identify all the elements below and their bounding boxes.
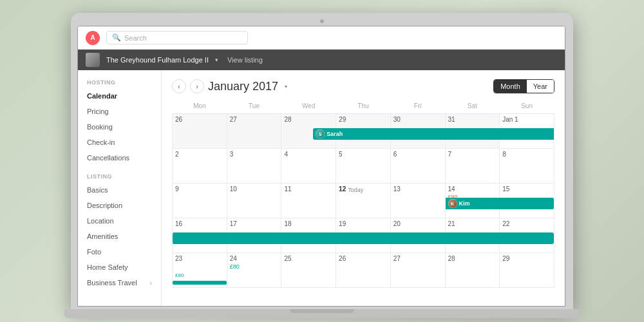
sidebar-item-location[interactable]: Location <box>78 213 161 229</box>
sarah-avatar: S <box>316 129 325 138</box>
sidebar-section-hosting: Hosting <box>78 79 161 88</box>
sidebar: Hosting Calendar Pricing Booking Check-i… <box>78 70 162 306</box>
cal-cell-jan24[interactable]: 24 £80 <box>227 253 281 288</box>
cal-cell-jan2[interactable]: 2 <box>173 149 227 184</box>
top-nav: A 🔍 Search <box>78 26 565 50</box>
search-bar[interactable]: 🔍 Search <box>106 31 248 44</box>
sidebar-section-listing: Listing <box>78 173 161 182</box>
cal-cell-dec26[interactable]: 26 <box>173 114 227 149</box>
booking-long <box>173 232 550 244</box>
view-toggle: Month Year <box>493 79 554 93</box>
weekday-mon: Mon <box>173 101 227 114</box>
cal-header: ‹ › January 2017 ▾ Month Year <box>172 79 554 93</box>
weekday-fri: Fri <box>390 101 445 114</box>
listing-thumb <box>86 53 100 67</box>
cal-cell-jan25[interactable]: 25 <box>281 253 336 288</box>
search-icon: 🔍 <box>112 33 121 42</box>
kim-avatar: K <box>448 199 457 208</box>
price-jan23: £80 <box>175 272 184 278</box>
sidebar-item-home-safety[interactable]: Home Safety <box>78 260 161 275</box>
booking-kim: K Kim <box>446 198 553 209</box>
cal-cell-jan27[interactable]: 27 <box>390 253 445 288</box>
cal-cell-jan6[interactable]: 6 <box>390 149 445 184</box>
today-label: Today <box>348 187 363 193</box>
cal-cell-jan14[interactable]: 14 £80 K Kim <box>445 184 500 218</box>
cal-cell-jan3[interactable]: 3 <box>227 149 281 184</box>
sidebar-item-booking[interactable]: Booking <box>78 119 161 135</box>
month-view-button[interactable]: Month <box>494 80 527 93</box>
table-row: 26 27 28 29 <box>173 114 554 149</box>
sidebar-item-calendar[interactable]: Calendar <box>78 88 161 104</box>
booking-sarah: S Sarah <box>313 128 554 140</box>
cal-cell-jan5[interactable]: 5 <box>336 149 391 184</box>
view-listing-link[interactable]: View listing <box>227 56 263 64</box>
weekday-wed: Wed <box>281 101 336 114</box>
sidebar-item-business-travel[interactable]: Business Travel › <box>78 275 161 290</box>
listing-name: The Greyhound Fulham Lodge II <box>106 56 209 64</box>
calendar-area: ‹ › January 2017 ▾ Month Year <box>162 70 565 306</box>
next-month-button[interactable]: › <box>190 79 204 93</box>
cal-cell-jan12-today[interactable]: 12 Today <box>336 184 391 218</box>
cal-cell-jan28[interactable]: 28 <box>445 253 500 288</box>
sidebar-item-foto[interactable]: Foto <box>78 244 161 260</box>
sidebar-item-checkin[interactable]: Check-in <box>78 135 161 150</box>
cal-nav: ‹ › January 2017 ▾ <box>172 79 287 93</box>
calendar-dropdown-icon[interactable]: ▾ <box>285 84 287 90</box>
cal-cell-jan4[interactable]: 4 <box>281 149 336 184</box>
calendar-title: January 2017 <box>208 80 278 93</box>
sidebar-item-amenities[interactable]: Amenities <box>78 229 161 244</box>
prev-month-button[interactable]: ‹ <box>172 79 186 93</box>
cal-cell-jan11[interactable]: 11 <box>281 184 336 218</box>
cal-cell-jan9[interactable]: 9 <box>173 184 227 218</box>
sidebar-item-pricing[interactable]: Pricing <box>78 104 161 119</box>
weekday-tue: Tue <box>227 101 281 114</box>
price-jan24: £80 <box>230 263 279 270</box>
cal-cell-dec27[interactable]: 27 <box>227 114 281 149</box>
sidebar-item-basics[interactable]: Basics <box>78 182 161 198</box>
listing-chevron-icon: ▾ <box>215 57 218 63</box>
cal-cell-jan29[interactable]: 29 <box>500 253 554 288</box>
search-placeholder: Search <box>124 34 147 42</box>
cal-cell-jan8[interactable]: 8 <box>500 149 554 184</box>
airbnb-logo: A <box>86 31 100 45</box>
sidebar-item-cancellations[interactable]: Cancellations <box>78 150 161 166</box>
weekday-sat: Sat <box>445 101 500 114</box>
cal-cell-jan7[interactable]: 7 <box>445 149 500 184</box>
listing-bar: The Greyhound Fulham Lodge II ▾ View lis… <box>78 50 565 70</box>
cal-cell-jan26[interactable]: 26 <box>336 253 391 288</box>
cal-cell-jan13[interactable]: 13 <box>390 184 445 218</box>
calendar-grid: Mon Tue Wed Thu Fri Sat Sun <box>172 101 554 288</box>
table-row: 2 3 4 5 6 7 8 <box>173 149 554 184</box>
booking-partial-23 <box>173 281 227 285</box>
cal-cell-jan10[interactable]: 10 <box>227 184 281 218</box>
sidebar-item-description[interactable]: Description <box>78 198 161 213</box>
cal-cell-jan23[interactable]: 23 £80 <box>173 253 227 288</box>
table-row: 23 £80 24 £80 25 <box>173 253 554 288</box>
cal-cell-jan1[interactable]: Jan 1 S Sarah <box>500 114 554 149</box>
year-view-button[interactable]: Year <box>527 80 554 93</box>
main-area: Hosting Calendar Pricing Booking Check-i… <box>78 70 565 306</box>
table-row: 9 10 11 12 Today 13 <box>173 184 554 218</box>
weekday-sun: Sun <box>500 101 554 114</box>
cal-cell-jan16[interactable]: 16 <box>173 218 227 253</box>
weekday-thu: Thu <box>336 101 391 114</box>
table-row: 16 17 18 <box>173 218 554 253</box>
